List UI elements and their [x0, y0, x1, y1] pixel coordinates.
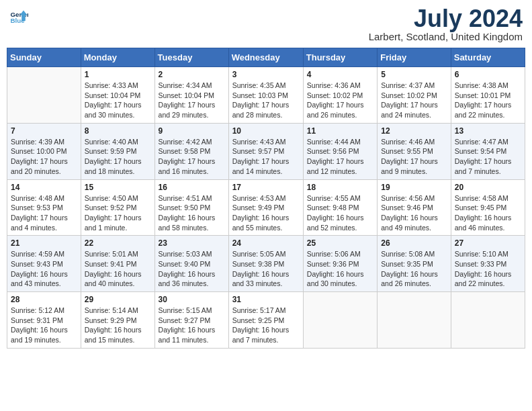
day-info: Sunrise: 4:59 AM Sunset: 9:43 PM Dayligh… — [11, 249, 77, 289]
week-row-2: 7Sunrise: 4:39 AM Sunset: 10:00 PM Dayli… — [7, 123, 525, 179]
day-info: Sunrise: 4:55 AM Sunset: 9:48 PM Dayligh… — [307, 193, 373, 233]
day-number: 23 — [159, 238, 225, 248]
day-number: 27 — [455, 238, 521, 248]
week-row-1: 1Sunrise: 4:33 AM Sunset: 10:04 PM Dayli… — [7, 67, 525, 124]
day-number: 8 — [85, 126, 151, 136]
day-header-saturday: Saturday — [451, 48, 525, 67]
day-number: 31 — [232, 295, 300, 304]
day-info: Sunrise: 5:12 AM Sunset: 9:31 PM Dayligh… — [11, 306, 77, 345]
day-number: 7 — [11, 126, 77, 136]
calendar-cell: 6Sunrise: 4:38 AM Sunset: 10:01 PM Dayli… — [451, 67, 525, 124]
logo: General Blue — [9, 7, 28, 26]
location: Larbert, Scotland, United Kingdom — [369, 31, 523, 42]
day-number: 6 — [455, 70, 521, 79]
calendar-cell: 9Sunrise: 4:42 AM Sunset: 9:58 PM Daylig… — [154, 123, 228, 179]
calendar-cell: 19Sunrise: 4:56 AM Sunset: 9:46 PM Dayli… — [378, 179, 451, 236]
day-number: 18 — [307, 183, 373, 192]
calendar-cell: 5Sunrise: 4:37 AM Sunset: 10:02 PM Dayli… — [378, 67, 451, 124]
day-info: Sunrise: 4:48 AM Sunset: 9:53 PM Dayligh… — [11, 193, 77, 233]
day-info: Sunrise: 4:38 AM Sunset: 10:01 PM Daylig… — [455, 81, 521, 120]
day-number: 30 — [159, 295, 225, 304]
calendar-cell: 4Sunrise: 4:36 AM Sunset: 10:02 PM Dayli… — [303, 67, 377, 124]
day-info: Sunrise: 4:42 AM Sunset: 9:58 PM Dayligh… — [159, 137, 225, 177]
page-header: General Blue July 2024 Larbert, Scotland… — [7, 7, 525, 42]
day-number: 14 — [11, 183, 77, 192]
day-info: Sunrise: 4:50 AM Sunset: 9:52 PM Dayligh… — [85, 193, 151, 233]
calendar-cell: 15Sunrise: 4:50 AM Sunset: 9:52 PM Dayli… — [81, 179, 154, 236]
calendar-cell: 16Sunrise: 4:51 AM Sunset: 9:50 PM Dayli… — [154, 179, 228, 236]
day-info: Sunrise: 4:33 AM Sunset: 10:04 PM Daylig… — [85, 81, 151, 120]
day-info: Sunrise: 4:56 AM Sunset: 9:46 PM Dayligh… — [381, 193, 447, 233]
day-number: 29 — [85, 295, 151, 304]
calendar-cell: 29Sunrise: 5:14 AM Sunset: 9:29 PM Dayli… — [81, 292, 154, 349]
day-header-monday: Monday — [81, 48, 154, 67]
day-number: 28 — [11, 295, 77, 304]
calendar-cell: 27Sunrise: 5:10 AM Sunset: 9:33 PM Dayli… — [451, 236, 525, 292]
calendar-cell — [7, 67, 81, 124]
day-number: 13 — [455, 126, 521, 136]
calendar-cell — [451, 292, 525, 349]
day-info: Sunrise: 5:05 AM Sunset: 9:38 PM Dayligh… — [232, 249, 300, 289]
calendar-table: SundayMondayTuesdayWednesdayThursdayFrid… — [7, 48, 525, 349]
day-number: 3 — [232, 70, 300, 79]
day-number: 12 — [381, 126, 447, 136]
day-info: Sunrise: 4:47 AM Sunset: 9:54 PM Dayligh… — [455, 137, 521, 177]
day-info: Sunrise: 4:43 AM Sunset: 9:57 PM Dayligh… — [232, 137, 300, 177]
day-number: 2 — [159, 70, 225, 79]
calendar-cell: 22Sunrise: 5:01 AM Sunset: 9:41 PM Dayli… — [81, 236, 154, 292]
calendar-cell: 23Sunrise: 5:03 AM Sunset: 9:40 PM Dayli… — [154, 236, 228, 292]
calendar-cell: 2Sunrise: 4:34 AM Sunset: 10:04 PM Dayli… — [154, 67, 228, 124]
calendar-cell: 10Sunrise: 4:43 AM Sunset: 9:57 PM Dayli… — [228, 123, 303, 179]
day-info: Sunrise: 4:51 AM Sunset: 9:50 PM Dayligh… — [159, 193, 225, 233]
calendar-cell: 30Sunrise: 5:15 AM Sunset: 9:27 PM Dayli… — [154, 292, 228, 349]
calendar-cell: 1Sunrise: 4:33 AM Sunset: 10:04 PM Dayli… — [81, 67, 154, 124]
calendar-cell: 3Sunrise: 4:35 AM Sunset: 10:03 PM Dayli… — [228, 67, 303, 124]
day-info: Sunrise: 5:10 AM Sunset: 9:33 PM Dayligh… — [455, 249, 521, 289]
day-number: 1 — [85, 70, 151, 79]
day-info: Sunrise: 4:34 AM Sunset: 10:04 PM Daylig… — [159, 81, 225, 120]
calendar-cell: 12Sunrise: 4:46 AM Sunset: 9:55 PM Dayli… — [378, 123, 451, 179]
day-info: Sunrise: 4:44 AM Sunset: 9:56 PM Dayligh… — [307, 137, 373, 177]
day-header-thursday: Thursday — [303, 48, 377, 67]
day-number: 11 — [307, 126, 373, 136]
day-info: Sunrise: 4:37 AM Sunset: 10:02 PM Daylig… — [381, 81, 447, 120]
calendar-cell — [303, 292, 377, 349]
calendar-cell: 31Sunrise: 5:17 AM Sunset: 9:25 PM Dayli… — [228, 292, 303, 349]
calendar-cell: 24Sunrise: 5:05 AM Sunset: 9:38 PM Dayli… — [228, 236, 303, 292]
day-number: 4 — [307, 70, 373, 79]
day-info: Sunrise: 5:17 AM Sunset: 9:25 PM Dayligh… — [232, 306, 300, 345]
day-info: Sunrise: 5:01 AM Sunset: 9:41 PM Dayligh… — [85, 249, 151, 289]
day-number: 15 — [85, 183, 151, 192]
day-info: Sunrise: 4:58 AM Sunset: 9:45 PM Dayligh… — [455, 193, 521, 233]
day-number: 20 — [455, 183, 521, 192]
calendar-header-row: SundayMondayTuesdayWednesdayThursdayFrid… — [7, 48, 525, 67]
day-info: Sunrise: 5:03 AM Sunset: 9:40 PM Dayligh… — [159, 249, 225, 289]
day-info: Sunrise: 5:08 AM Sunset: 9:35 PM Dayligh… — [381, 249, 447, 289]
day-info: Sunrise: 5:15 AM Sunset: 9:27 PM Dayligh… — [159, 306, 225, 345]
week-row-3: 14Sunrise: 4:48 AM Sunset: 9:53 PM Dayli… — [7, 179, 525, 236]
calendar-cell: 14Sunrise: 4:48 AM Sunset: 9:53 PM Dayli… — [7, 179, 81, 236]
day-number: 10 — [232, 126, 300, 136]
calendar-cell: 26Sunrise: 5:08 AM Sunset: 9:35 PM Dayli… — [378, 236, 451, 292]
day-number: 21 — [11, 238, 77, 248]
calendar-cell: 7Sunrise: 4:39 AM Sunset: 10:00 PM Dayli… — [7, 123, 81, 179]
day-number: 26 — [381, 238, 447, 248]
week-row-4: 21Sunrise: 4:59 AM Sunset: 9:43 PM Dayli… — [7, 236, 525, 292]
day-header-sunday: Sunday — [7, 48, 81, 67]
calendar-cell: 21Sunrise: 4:59 AM Sunset: 9:43 PM Dayli… — [7, 236, 81, 292]
calendar-cell: 8Sunrise: 4:40 AM Sunset: 9:59 PM Daylig… — [81, 123, 154, 179]
logo-icon: General Blue — [9, 7, 28, 26]
day-info: Sunrise: 5:14 AM Sunset: 9:29 PM Dayligh… — [85, 306, 151, 345]
day-number: 19 — [381, 183, 447, 192]
day-info: Sunrise: 4:39 AM Sunset: 10:00 PM Daylig… — [11, 137, 77, 177]
day-info: Sunrise: 4:35 AM Sunset: 10:03 PM Daylig… — [232, 81, 300, 120]
week-row-5: 28Sunrise: 5:12 AM Sunset: 9:31 PM Dayli… — [7, 292, 525, 349]
calendar-cell: 13Sunrise: 4:47 AM Sunset: 9:54 PM Dayli… — [451, 123, 525, 179]
day-number: 9 — [159, 126, 225, 136]
day-number: 22 — [85, 238, 151, 248]
day-info: Sunrise: 4:53 AM Sunset: 9:49 PM Dayligh… — [232, 193, 300, 233]
calendar-cell: 25Sunrise: 5:06 AM Sunset: 9:36 PM Dayli… — [303, 236, 377, 292]
day-info: Sunrise: 4:40 AM Sunset: 9:59 PM Dayligh… — [85, 137, 151, 177]
title-area: July 2024 Larbert, Scotland, United King… — [369, 7, 523, 42]
day-header-tuesday: Tuesday — [154, 48, 228, 67]
